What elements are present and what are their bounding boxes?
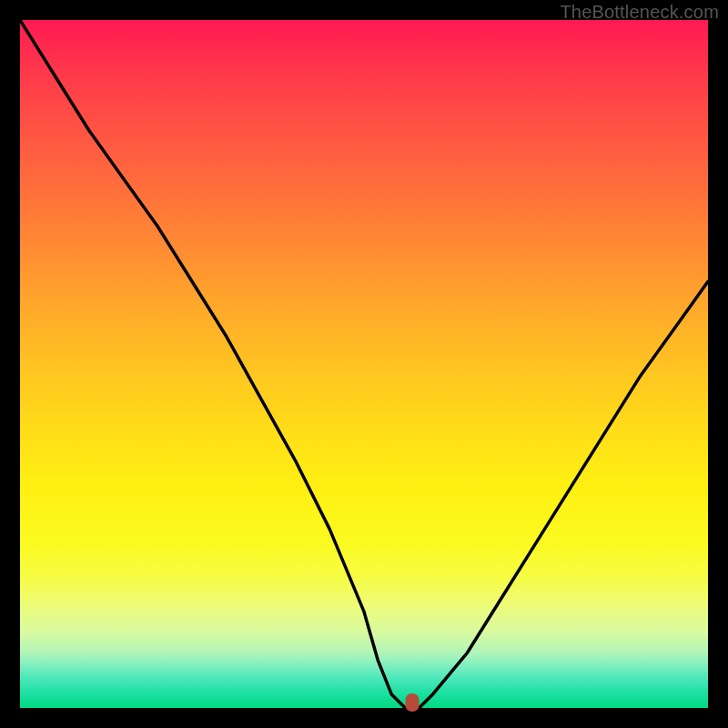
bottleneck-curve (20, 20, 708, 708)
chart-plot-area (20, 20, 708, 708)
watermark-text: TheBottleneck.com (560, 2, 719, 23)
chart-frame: TheBottleneck.com (0, 0, 728, 728)
optimal-point-marker (405, 693, 419, 712)
